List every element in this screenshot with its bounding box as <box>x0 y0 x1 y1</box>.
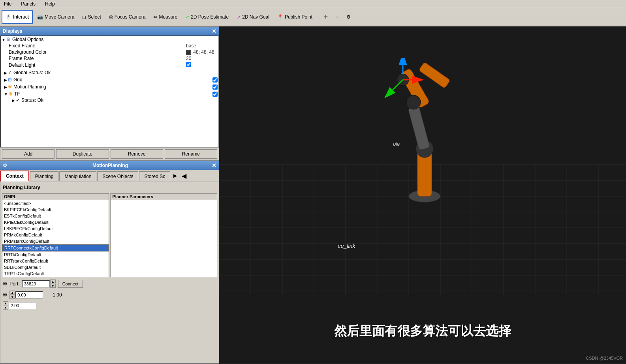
port-down-arrow[interactable]: ▼ <box>50 284 56 288</box>
watermark: CSDN @2345VOR <box>586 356 623 360</box>
frame-rate-value: 30 <box>186 56 218 61</box>
select-icon: ◻ <box>82 14 86 20</box>
val2-up-arrow[interactable]: ▲ <box>3 301 8 305</box>
w-label-2: W <box>3 292 7 298</box>
tab-planning[interactable]: Planning <box>30 171 59 181</box>
tree-tf[interactable]: ▼ ❋ TF ▶ ✓ Status: Ok <box>1 90 218 104</box>
val2-spinner[interactable]: ▲ ▼ <box>3 301 8 310</box>
tf-label: TF <box>14 91 113 97</box>
motion-planning-close-button[interactable]: ✕ <box>212 163 216 168</box>
val1-up-arrow[interactable]: ▲ <box>9 291 15 295</box>
remove-button[interactable]: Remove <box>111 149 163 159</box>
duplicate-button[interactable]: Duplicate <box>56 149 109 159</box>
motion-planning-panel-title: MotionPlanning <box>92 163 128 168</box>
tab-right-arrow[interactable]: ▶ <box>171 171 179 180</box>
fixed-frame-value: base <box>186 43 218 49</box>
tab-stored-sce[interactable]: Stored Sc <box>139 171 170 181</box>
pose-estimate-button[interactable]: ↗ 2D Pose Estimate <box>182 10 232 24</box>
menu-help[interactable]: Help <box>43 1 56 7</box>
motion-planning-checkbox[interactable] <box>212 84 218 90</box>
publish-point-button[interactable]: 📍 Publish Point <box>274 10 316 24</box>
ompl-item-est[interactable]: ESTkConfigDefault <box>2 213 109 219</box>
nav-goal-icon: ↗ <box>237 14 241 20</box>
grid-icon: ⊞ <box>8 77 12 83</box>
svg-rect-28 <box>408 105 430 150</box>
fixed-frame-label: Fixed Frame <box>9 43 186 49</box>
displays-close-button[interactable]: ✕ <box>212 28 216 34</box>
planner-params-header: Planner Parameters <box>111 193 217 200</box>
tree-global-options[interactable]: ▼ ⚙ Global Options Fixed Frame base Back… <box>1 36 218 69</box>
tree-grid[interactable]: ▶ ⊞ Grid <box>1 76 218 83</box>
panel-content: Planning Library OMPL <unspecified> BKPI… <box>0 182 219 363</box>
port-label: Port: <box>9 281 19 287</box>
tf-arrow: ▼ <box>4 92 8 96</box>
background-color-label: Background Color <box>9 49 186 55</box>
tf-checkbox[interactable] <box>212 92 218 97</box>
tree-motion-planning[interactable]: ▶ ❋ MotionPlanning <box>1 83 218 90</box>
nav-goal-button[interactable]: ↗ 2D Nav Goal <box>233 10 273 24</box>
grid-label: Grid <box>13 77 113 83</box>
tf-icon: ❋ <box>9 91 13 97</box>
global-status-arrow: ▶ <box>4 71 7 75</box>
menu-panels[interactable]: Panels <box>19 1 37 7</box>
axis-button[interactable]: ✛ <box>320 10 331 24</box>
robot-arm <box>306 58 543 255</box>
move-camera-icon: 📷 <box>37 14 43 20</box>
tab-collapse-arrow[interactable]: ◀ <box>179 171 189 181</box>
color-swatch <box>186 50 191 55</box>
value-row-2: ▲ ▼ <box>2 300 217 311</box>
ompl-item-kpiece[interactable]: KPIECEkConfigDefault <box>2 219 109 225</box>
focus-camera-button[interactable]: ◎ Focus Camera <box>105 10 149 24</box>
ompl-item-bkpiece[interactable]: BKPIECEkConfigDefault <box>2 206 109 213</box>
ompl-item-prm[interactable]: PRMkConfigDefault <box>2 232 109 238</box>
port-spinner[interactable]: ▲ ▼ <box>50 280 56 288</box>
val2-down-arrow[interactable]: ▼ <box>3 306 8 310</box>
value-input-1[interactable] <box>15 291 43 298</box>
ompl-item-trrt[interactable]: TRRTkConfigDefault <box>2 270 109 277</box>
settings-button[interactable]: ⚙ <box>343 10 354 24</box>
ompl-item-lbkpiece[interactable]: LBKPIECEkConfigDefault <box>2 225 109 232</box>
ompl-item-sbl[interactable]: SBLkConfigDefault <box>2 264 109 270</box>
select-button[interactable]: ◻ Select <box>79 10 104 24</box>
tab-scene-objects[interactable]: Scene Objects <box>97 171 138 181</box>
val1-spinner[interactable]: ▲ ▼ <box>9 291 15 299</box>
tab-context[interactable]: Context <box>0 171 29 182</box>
measure-button[interactable]: ⇔ Measure <box>150 10 181 24</box>
global-status-label: Global Status: Ok <box>13 70 218 75</box>
displays-panel: Displays ✕ ▼ ⚙ Global Options Fixed Fram… <box>0 26 219 161</box>
minus-button[interactable]: − <box>332 10 342 24</box>
rename-button[interactable]: Rename <box>165 149 217 159</box>
ompl-item-prmstar[interactable]: PRMstarkConfigDefault <box>2 238 109 244</box>
subtitle-text: 然后里面有很多算法可以去选择 <box>334 323 511 340</box>
ompl-item-rrt[interactable]: RRTkConfigDefault <box>2 251 109 258</box>
settings-icon: ⚙ <box>346 14 351 20</box>
move-camera-button[interactable]: 📷 Move Camera <box>34 10 78 24</box>
value-input-2[interactable] <box>9 302 36 309</box>
status-icon: ✓ <box>8 70 12 75</box>
connect-button[interactable]: Connect <box>58 280 83 288</box>
ompl-item-unspecified[interactable]: <unspecified> <box>2 200 109 206</box>
motion-planning-titlebar: ⚙ MotionPlanning ✕ <box>0 161 219 170</box>
viewport[interactable]: ee_link ble 然后里面有很多算法可以去选择 CSDN @2345VOR <box>219 26 626 364</box>
grid-checkbox[interactable] <box>212 77 218 83</box>
default-light-checkbox[interactable] <box>186 62 191 67</box>
motion-planning-panel: ⚙ MotionPlanning ✕ Context Planning Mani… <box>0 161 219 364</box>
port-input[interactable] <box>22 280 50 287</box>
tab-manipulation[interactable]: Manipulation <box>59 171 96 181</box>
ompl-item-rrtconnect[interactable]: RRTConnectkConfigDefault <box>2 244 109 251</box>
tree-global-status[interactable]: ▶ ✓ Global Status: Ok <box>1 69 218 76</box>
menu-bar: File Panels Help <box>0 0 626 8</box>
svg-point-30 <box>406 95 421 109</box>
val1-down-arrow[interactable]: ▼ <box>9 295 15 299</box>
add-button[interactable]: Add <box>2 149 55 159</box>
motion-planning-label: MotionPlanning <box>13 84 113 90</box>
global-options-icon: ⚙ <box>6 37 11 42</box>
global-options-arrow: ▼ <box>2 38 6 42</box>
interact-button[interactable]: 🖱️ Interact <box>2 10 33 24</box>
interact-icon: 🖱️ <box>6 14 11 20</box>
port-up-arrow[interactable]: ▲ <box>50 280 56 283</box>
ompl-item-rrtstar[interactable]: RRTstarkConfigDefault <box>2 258 109 264</box>
value-val-1: 1.00 <box>53 292 62 298</box>
displays-titlebar: Displays ✕ <box>0 27 219 36</box>
menu-file[interactable]: File <box>2 1 13 7</box>
